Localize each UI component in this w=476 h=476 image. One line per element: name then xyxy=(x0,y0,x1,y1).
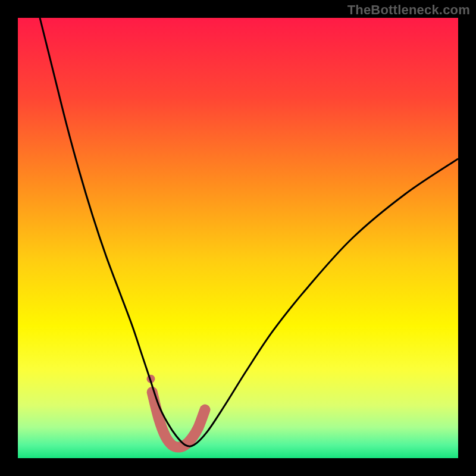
curve-layer xyxy=(18,18,458,458)
bottleneck-curve xyxy=(40,18,458,446)
plot-area xyxy=(18,18,458,458)
watermark-text: TheBottleneck.com xyxy=(347,2,470,18)
chart-frame: TheBottleneck.com xyxy=(0,0,476,476)
